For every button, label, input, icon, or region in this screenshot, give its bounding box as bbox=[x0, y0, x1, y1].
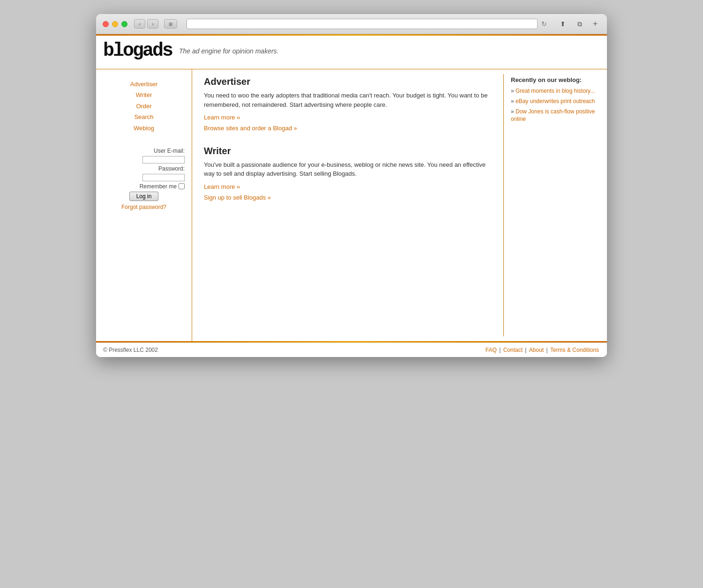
main-content: Advertiser You need to woo the early ado… bbox=[192, 69, 503, 341]
writer-heading: Writer bbox=[204, 146, 492, 156]
maximize-button[interactable] bbox=[121, 21, 127, 27]
email-input-row bbox=[103, 156, 185, 164]
nav-order[interactable]: Order bbox=[96, 101, 192, 112]
password-label: Password: bbox=[158, 165, 185, 172]
nav-search[interactable]: Search bbox=[96, 112, 192, 122]
address-bar[interactable] bbox=[187, 19, 538, 29]
recently-link-3[interactable]: Dow Jones is cash-flow positive online bbox=[511, 108, 595, 123]
nav-writer[interactable]: Writer bbox=[96, 89, 192, 100]
footer-faq-link[interactable]: FAQ bbox=[486, 347, 497, 353]
recently-item-2: eBay underwrites print outreach bbox=[511, 97, 600, 105]
nav-buttons: ‹ › bbox=[134, 19, 158, 29]
email-label: User E-mail: bbox=[154, 148, 185, 154]
page-footer: © Pressflex LLC 2002 FAQ | Contact | Abo… bbox=[96, 342, 607, 357]
email-input[interactable] bbox=[142, 156, 185, 164]
forgot-password-link[interactable]: Forgot password? bbox=[103, 204, 185, 210]
tabs-button[interactable]: ⧉ bbox=[573, 19, 586, 29]
address-bar-container: ↻ bbox=[187, 19, 547, 29]
writer-body: You've built a passionate audience for y… bbox=[204, 160, 492, 179]
footer-about-link[interactable]: About bbox=[529, 347, 544, 353]
email-field-row: User E-mail: bbox=[103, 148, 185, 154]
back-button[interactable]: ‹ bbox=[134, 19, 145, 29]
remember-checkbox[interactable] bbox=[179, 183, 185, 189]
password-input-row bbox=[103, 174, 185, 181]
browser-titlebar: ‹ › ⊞ ↻ ⬆ ⧉ + bbox=[96, 14, 607, 34]
footer-terms-link[interactable]: Terms & Conditions bbox=[550, 347, 599, 353]
recently-item-1: Great moments in blog history... bbox=[511, 87, 600, 95]
footer-links: FAQ | Contact | About | Terms & Conditio… bbox=[485, 347, 600, 353]
page-layout: Advertiser Writer Order Search Weblog Us… bbox=[96, 69, 607, 341]
remember-me-row: Remember me bbox=[103, 183, 185, 190]
logo-tagline-area: blogads The ad engine for opinion makers… bbox=[96, 39, 286, 65]
footer-contact-link[interactable]: Contact bbox=[503, 347, 523, 353]
minimize-button[interactable] bbox=[112, 21, 118, 27]
copyright: © Pressflex LLC 2002 bbox=[103, 347, 158, 353]
browser-window: ‹ › ⊞ ↻ ⬆ ⧉ + blogads The ad engine for … bbox=[96, 14, 607, 357]
advertiser-heading: Advertiser bbox=[204, 76, 492, 87]
browser-actions: ⬆ ⧉ + bbox=[556, 19, 600, 29]
nav-advertiser[interactable]: Advertiser bbox=[96, 79, 192, 89]
password-input[interactable] bbox=[142, 174, 185, 181]
password-field-row: Password: bbox=[103, 165, 185, 172]
recently-item-3: Dow Jones is cash-flow positive online bbox=[511, 108, 600, 124]
forward-button[interactable]: › bbox=[147, 19, 158, 29]
nav-weblog[interactable]: Weblog bbox=[96, 123, 192, 134]
refresh-button[interactable]: ↻ bbox=[541, 20, 547, 28]
close-button[interactable] bbox=[103, 21, 109, 27]
site-tagline: The ad engine for opinion makers. bbox=[179, 47, 278, 55]
site-header: blogads The ad engine for opinion makers… bbox=[96, 36, 607, 69]
right-sidebar: Recently on our weblog: Great moments in… bbox=[504, 69, 607, 341]
recently-list: Great moments in blog history... eBay un… bbox=[511, 87, 600, 123]
browser-content: blogads The ad engine for opinion makers… bbox=[96, 34, 607, 357]
left-sidebar: Advertiser Writer Order Search Weblog Us… bbox=[96, 69, 192, 341]
logo-text: blogads bbox=[103, 41, 172, 61]
writer-signup-link[interactable]: Sign up to sell Blogads » bbox=[204, 192, 492, 203]
recently-header: Recently on our weblog: bbox=[511, 76, 600, 83]
share-button[interactable]: ⬆ bbox=[556, 19, 569, 29]
writer-learn-more-link[interactable]: Learn more » bbox=[204, 181, 492, 192]
advertiser-browse-link[interactable]: Browse sites and order a Blogad » bbox=[204, 123, 492, 134]
traffic-lights bbox=[103, 21, 127, 27]
remember-label: Remember me bbox=[140, 183, 177, 190]
recently-link-2[interactable]: eBay underwrites print outreach bbox=[516, 98, 595, 104]
site-logo: blogads bbox=[103, 42, 172, 60]
site-nav: Advertiser Writer Order Search Weblog bbox=[96, 74, 192, 138]
advertiser-section: Advertiser You need to woo the early ado… bbox=[204, 76, 492, 134]
advertiser-learn-more-link[interactable]: Learn more » bbox=[204, 112, 492, 123]
sidebar-toggle-button[interactable]: ⊞ bbox=[164, 19, 177, 29]
new-tab-button[interactable]: + bbox=[590, 19, 600, 29]
login-button[interactable]: Log in bbox=[129, 192, 159, 201]
login-area: User E-mail: Password: Remember me bbox=[96, 138, 192, 215]
advertiser-body: You need to woo the early adopters that … bbox=[204, 91, 492, 109]
writer-section: Writer You've built a passionate audienc… bbox=[204, 146, 492, 203]
recently-link-1[interactable]: Great moments in blog history... bbox=[516, 88, 595, 94]
login-btn-row: Log in bbox=[103, 192, 185, 201]
